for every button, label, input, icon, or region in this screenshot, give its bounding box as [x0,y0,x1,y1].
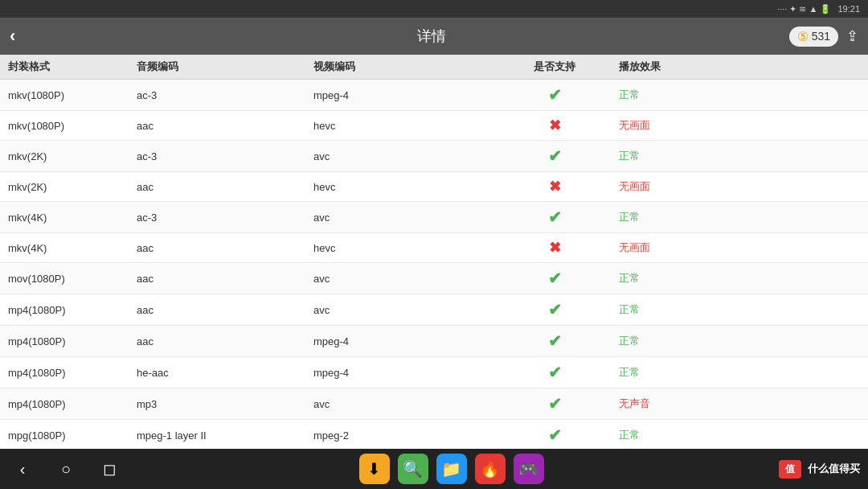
cell-supported: ✖ [490,117,619,134]
app-fire[interactable]: 🔥 [475,454,506,484]
cell-audio: aac [137,120,313,132]
cell-effect: 正常 [619,334,860,348]
cell-audio: ac-3 [137,89,313,101]
app-search[interactable]: 🔍 [398,454,428,484]
cell-video: hevc [313,242,490,254]
cell-effect: 无画面 [619,118,860,133]
cell-video: hevc [313,120,490,132]
col-header-audio: 音频编码 [137,60,313,74]
cell-format: mkv(2K) [8,150,137,162]
cell-supported: ✔ [490,146,619,166]
table-header: 封装格式 音频编码 视频编码 是否支持 播放效果 [0,55,868,80]
cell-format: mkv(2K) [8,181,137,193]
nav-back[interactable]: ‹ [8,454,37,483]
back-button[interactable]: ‹ [10,26,15,47]
nav-home[interactable]: ○ [51,454,80,483]
cell-audio: aac [137,335,313,347]
cell-format: mp4(1080P) [8,398,137,410]
col-header-video: 视频编码 [313,60,490,74]
cell-video: mpeg-2 [313,429,490,442]
cross-icon: ✖ [549,240,561,256]
cell-supported: ✔ [490,394,619,413]
table-row: mkv(4K) ac-3 avc ✔ 正常 [0,202,868,233]
cell-effect: 正常 [619,210,860,224]
score-icon: ⑤ [797,29,809,44]
cell-supported: ✔ [490,269,619,288]
cell-supported: ✔ [490,363,619,382]
cell-effect: 正常 [619,428,860,442]
cell-effect: 正常 [619,365,860,380]
cell-video: mpeg-4 [313,367,490,379]
col-header-format: 封装格式 [8,60,137,74]
check-icon: ✔ [548,426,562,444]
cell-effect: 正常 [619,88,860,102]
cell-format: mov(1080P) [8,273,137,285]
table-row: mkv(2K) ac-3 avc ✔ 正常 [0,141,868,172]
cross-icon: ✖ [549,179,561,195]
cell-format: mpg(1080P) [8,429,137,442]
cell-supported: ✔ [490,331,619,351]
cell-supported: ✔ [490,425,619,445]
brand-badge: 值 [779,460,801,479]
cell-supported: ✔ [490,300,619,319]
cell-effect: 无画面 [619,240,860,255]
check-icon: ✔ [548,147,562,165]
cell-video: avc [313,212,490,224]
cell-format: mkv(1080P) [8,120,137,132]
check-icon: ✔ [548,364,562,381]
cell-audio: aac [137,273,313,285]
check-icon: ✔ [548,332,562,350]
col-header-effect: 播放效果 [619,60,860,74]
cell-video: avc [313,273,490,285]
table-row: mp4(1080P) aac avc ✔ 正常 [0,294,868,326]
cell-supported: ✔ [490,85,619,105]
cell-effect: 正常 [619,271,860,286]
cell-audio: aac [137,242,313,254]
score-value: 531 [812,30,830,43]
cell-format: mp4(1080P) [8,335,137,347]
share-button[interactable]: ⇪ [846,27,858,45]
cell-effect: 正常 [619,302,860,317]
table-row: mpg(1080P) mpeg-1 layer II mpeg-2 ✔ 正常 [0,420,868,449]
cell-effect: 无画面 [619,179,860,194]
table-body: mkv(1080P) ac-3 mpeg-4 ✔ 正常 mkv(1080P) a… [0,80,868,449]
cross-icon: ✖ [549,117,561,134]
cell-format: mkv(1080P) [8,89,137,101]
brand-area: 值 什么值得买 [779,460,860,479]
status-bar: ···· ✦ ≋ ▲ 🔋 19:21 [0,0,868,18]
cell-format: mp4(1080P) [8,367,137,379]
table-row: mkv(4K) aac hevc ✖ 无画面 [0,233,868,263]
table-row: mov(1080P) aac avc ✔ 正常 [0,263,868,294]
app-download[interactable]: ⬇ [359,454,390,484]
status-time: 19:21 [837,4,860,14]
app-folder[interactable]: 📁 [436,454,467,484]
check-icon: ✔ [548,86,562,104]
check-icon: ✔ [548,301,562,318]
bottom-nav: ‹ ○ ◻ ⬇ 🔍 📁 🔥 🎮 值 什么值得买 [0,449,868,489]
table-row: mp4(1080P) mp3 avc ✔ 无声音 [0,388,868,420]
page-title: 详情 [74,27,789,46]
cell-format: mkv(4K) [8,242,137,254]
header-left: ‹ [10,26,74,47]
check-icon: ✔ [548,208,562,226]
cell-video: avc [313,398,490,410]
header-right: ⑤ 531 ⇪ [789,27,858,47]
cell-video: mpeg-4 [313,89,490,101]
app-icons: ⬇ 🔍 📁 🔥 🎮 [359,454,544,484]
cell-video: avc [313,304,490,316]
table-row: mp4(1080P) aac mpeg-4 ✔ 正常 [0,326,868,357]
cell-audio: mpeg-1 layer II [137,429,313,442]
cell-video: mpeg-4 [313,335,490,347]
cell-effect: 正常 [619,149,860,163]
cell-audio: he-aac [137,367,313,379]
table-row: mkv(1080P) aac hevc ✖ 无画面 [0,111,868,141]
system-nav-icons: ‹ ○ ◻ [8,454,124,483]
cell-audio: ac-3 [137,212,313,224]
app-game[interactable]: 🎮 [514,454,544,484]
col-header-supported: 是否支持 [490,60,619,74]
score-badge[interactable]: ⑤ 531 [789,27,838,47]
table-row: mkv(1080P) ac-3 mpeg-4 ✔ 正常 [0,80,868,111]
nav-recent[interactable]: ◻ [95,454,124,483]
header: ‹ 详情 ⑤ 531 ⇪ [0,18,868,55]
cell-supported: ✖ [490,239,619,257]
